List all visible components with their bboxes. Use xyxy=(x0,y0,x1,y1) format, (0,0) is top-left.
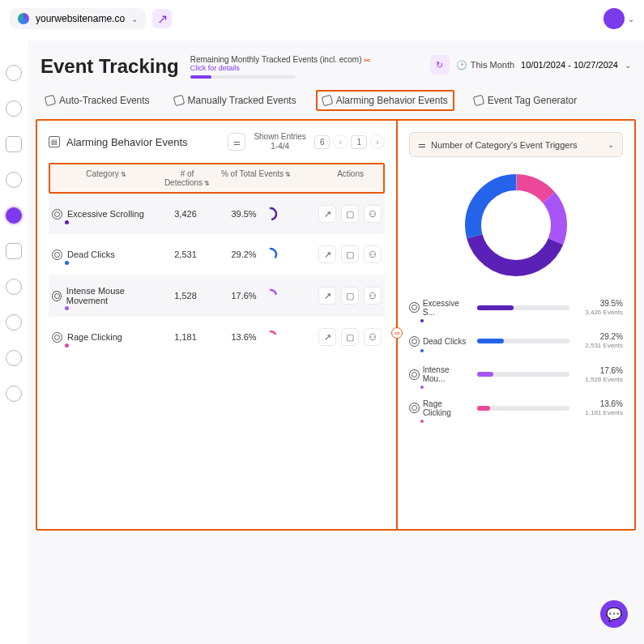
row-pct: 39.5% xyxy=(231,209,256,219)
color-dot xyxy=(65,261,69,265)
panel-icon: ▤ xyxy=(49,136,60,147)
legend-bar xyxy=(477,305,569,310)
legend-name: Rage Clicking xyxy=(423,399,472,417)
nav-pie-icon[interactable] xyxy=(6,100,22,117)
legend-name: Dead Clicks xyxy=(423,337,466,346)
sidebar xyxy=(0,41,28,644)
shown-entries-label: Shown Entries xyxy=(254,132,305,142)
clock-icon: 🕑 xyxy=(456,60,467,70)
help-fab[interactable]: 💬 xyxy=(600,600,628,628)
record-button[interactable]: ▢ xyxy=(341,287,359,305)
open-button[interactable]: ↗ xyxy=(318,205,336,223)
avatar xyxy=(603,8,625,29)
user-menu[interactable]: ⌄ xyxy=(603,8,634,29)
panel-title: Alarming Behavior Events xyxy=(66,136,188,148)
legend-row: Rage Clicking 13.6%1,181 Events xyxy=(409,399,623,417)
sort-icon[interactable]: ⇅ xyxy=(204,180,210,187)
target-icon xyxy=(409,403,420,413)
user-button[interactable]: ⚇ xyxy=(364,287,382,305)
row-detections: 1,528 xyxy=(157,291,214,301)
chevron-down-icon: ⌄ xyxy=(608,140,614,149)
legend-row: Excessive S... 39.5%3,426 Events xyxy=(409,298,623,317)
row-detections: 3,426 xyxy=(157,209,214,219)
resize-handle[interactable]: ⇔ xyxy=(391,327,403,339)
row-name: Excessive Scrolling xyxy=(67,209,144,219)
nav-gear-icon[interactable] xyxy=(6,350,22,366)
sort-icon[interactable]: ⇅ xyxy=(121,171,126,178)
shown-entries-value: 1-4/4 xyxy=(254,142,305,151)
nav-chat-icon[interactable] xyxy=(6,243,22,259)
refresh-button[interactable]: ↻ xyxy=(430,55,450,75)
row-arc xyxy=(263,207,278,221)
filter-button[interactable]: ⚌ xyxy=(228,133,245,151)
open-button[interactable]: ↗ xyxy=(318,287,336,305)
table-row: Dead Clicks 2,531 29.2% ↗ ▢ ⚇ xyxy=(49,234,385,275)
col-detections[interactable]: # of Detections xyxy=(164,169,203,187)
svg-point-3 xyxy=(265,331,276,343)
prev-page-button[interactable]: ‹ xyxy=(333,134,348,149)
chevron-down-icon: ⌄ xyxy=(628,15,634,23)
row-arc xyxy=(263,288,278,303)
legend-name: Excessive S... xyxy=(423,299,472,317)
nav-signal-icon[interactable] xyxy=(6,172,22,188)
nav-globe-icon[interactable] xyxy=(6,314,22,331)
period-label: This Month xyxy=(471,60,514,70)
color-dot xyxy=(420,386,424,389)
chart-title: Number of Category's Event Triggers xyxy=(431,140,578,150)
legend-events: 3,426 Events xyxy=(574,309,623,317)
col-pct[interactable]: % of Total Events xyxy=(221,169,284,178)
color-dot xyxy=(420,349,424,352)
color-dot xyxy=(65,343,69,348)
remaining-label: Remaining Monthly Tracked Events (incl. … xyxy=(190,55,362,64)
record-button[interactable]: ▢ xyxy=(341,328,359,346)
legend-pct: 29.2% xyxy=(600,332,623,341)
record-button[interactable]: ▢ xyxy=(341,205,359,223)
sliders-icon: ⚌ xyxy=(418,139,426,150)
legend-bar xyxy=(477,339,569,343)
svg-point-2 xyxy=(265,290,276,301)
legend-row: Intense Mou... 17.6%1,528 Events xyxy=(409,365,623,384)
record-button[interactable]: ▢ xyxy=(341,245,359,263)
period-selector[interactable]: 🕑 This Month xyxy=(456,60,514,70)
nav-user-icon[interactable] xyxy=(6,386,22,402)
chat-icon: 💬 xyxy=(606,607,622,622)
target-icon xyxy=(52,291,62,301)
row-arc xyxy=(263,330,278,344)
nav-shield-icon[interactable] xyxy=(6,279,22,295)
next-page-button[interactable]: › xyxy=(370,134,385,149)
page-size[interactable]: 6 xyxy=(314,135,331,149)
chart-selector[interactable]: ⚌Number of Category's Event Triggers ⌄ xyxy=(409,132,623,157)
row-name: Dead Clicks xyxy=(67,249,115,259)
refresh-icon: ↻ xyxy=(436,60,443,70)
nav-bag-icon[interactable] xyxy=(6,136,22,152)
site-selector[interactable]: yourwebsitename.co ⌄ xyxy=(10,8,146,29)
site-name: yourwebsitename.co xyxy=(36,13,125,24)
chevron-down-icon[interactable]: ⌄ xyxy=(625,61,631,70)
tab-auto-tracked[interactable]: Auto-Tracked Events xyxy=(41,90,155,111)
target-icon xyxy=(52,249,62,260)
tag-icon xyxy=(321,95,333,107)
open-button[interactable]: ↗ xyxy=(318,245,336,263)
open-external-button[interactable]: ↗ xyxy=(152,9,172,28)
tab-event-tag-generator[interactable]: Event Tag Generator xyxy=(469,90,582,111)
sort-icon[interactable]: ⇅ xyxy=(285,171,291,178)
user-button[interactable]: ⚇ xyxy=(364,205,382,223)
legend-pct: 13.6% xyxy=(600,399,623,408)
legend-events: 1,528 Events xyxy=(574,376,623,384)
open-button[interactable]: ↗ xyxy=(318,328,336,346)
donut-chart xyxy=(459,168,573,282)
tab-manually-tracked[interactable]: Manually Tracked Events xyxy=(169,90,301,111)
table-row: Rage Clicking 1,181 13.6% ↗ ▢ ⚇ xyxy=(49,317,385,357)
tab-alarming-behavior[interactable]: Alarming Behavior Events xyxy=(316,90,454,111)
link-icon: ⫘ xyxy=(363,56,370,64)
click-details-link[interactable]: Click for details xyxy=(190,64,371,72)
col-category[interactable]: Category xyxy=(86,169,119,178)
legend-pct: 39.5% xyxy=(600,299,623,308)
user-button[interactable]: ⚇ xyxy=(364,245,382,263)
nav-play-icon[interactable] xyxy=(6,65,22,81)
legend-bar xyxy=(477,406,569,411)
color-dot xyxy=(65,220,69,224)
nav-target-icon[interactable] xyxy=(6,207,22,224)
color-dot xyxy=(65,306,69,310)
user-button[interactable]: ⚇ xyxy=(364,328,382,346)
